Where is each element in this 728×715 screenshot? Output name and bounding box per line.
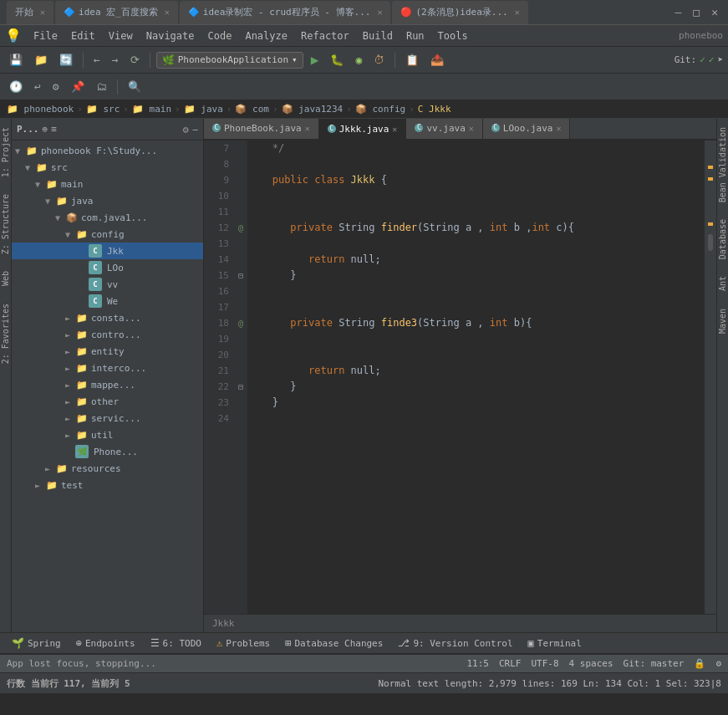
scrollbar-thumb[interactable] [708,234,713,251]
tab-phonebook[interactable]: C PhoneBook.java ✕ [204,119,319,139]
tab-close-1[interactable]: ✕ [165,8,170,17]
panel-icon-settings[interactable]: ≡ [51,124,57,135]
bc-config[interactable]: 📦 config [355,104,405,115]
tree-item-java[interactable]: ▼ 📁 java [12,192,203,209]
git-more-icon[interactable]: ➤ [717,54,723,65]
vcs2-button[interactable]: 📤 [426,52,448,68]
title-tab-0[interactable]: 开始 ✕ [7,1,53,24]
tree-item-vv[interactable]: C vv [12,276,203,293]
status-indent[interactable]: 4 spaces [569,658,613,669]
tab-close-jkkk[interactable]: ✕ [392,125,397,134]
menu-analyze[interactable]: Analyze [238,28,294,43]
tab-close-vv[interactable]: ✕ [469,124,474,133]
status-settings-icon[interactable]: ⚙ [715,658,721,669]
bc-java[interactable]: 📁 java [184,104,223,115]
tab-close-2[interactable]: ✕ [377,8,382,17]
code-line-18[interactable]: private String finde3(String a , int b){ [254,315,698,331]
tree-item-interco[interactable]: ► 📁 interco... [12,360,203,376]
tree-item-util[interactable]: ► 📁 util [12,426,203,443]
bc-phonebook[interactable]: 📁 phonebook [7,104,74,115]
code-line-12[interactable]: private String finder(String a , int b ,… [254,220,698,236]
tab-close-0[interactable]: ✕ [40,8,45,17]
code-line-20[interactable] [254,347,698,363]
bc-src[interactable]: 📁 src [86,104,120,115]
tree-button[interactable]: 🗂 [92,79,111,94]
undo-button[interactable]: ↩ [30,79,45,94]
tab-close-phonebook[interactable]: ✕ [305,124,310,133]
code-line-24[interactable] [254,411,698,426]
code-line-23[interactable]: } [254,395,698,411]
debug-button[interactable]: 🐛 [326,52,348,68]
panel-structure[interactable]: Z: Structure [0,186,12,263]
tree-item-phonebook[interactable]: ▼ 📁 phonebook F:\Study... [12,142,203,159]
menu-edit[interactable]: Edit [64,28,102,43]
btm-tab-dbchanges[interactable]: ⊞ Database Changes [278,636,389,651]
right-panel-bean[interactable]: Bean Validation [716,119,728,211]
panel-web[interactable]: Web [0,263,12,294]
btm-tab-spring[interactable]: 🌱 Spring [5,636,68,651]
code-line-16[interactable] [254,283,698,299]
panel-gear-icon[interactable]: ⚙ [183,124,189,135]
right-panel-database[interactable]: Database [716,211,728,268]
tree-item-resources[interactable]: ► 📁 resources [12,460,203,477]
tree-item-com[interactable]: ▼ 📦 com.java1... [12,209,203,226]
panel-favorites[interactable]: 2: Favorites [0,295,12,372]
nav-button[interactable]: ⟳ [126,52,144,68]
btm-tab-todo[interactable]: ☰ 6: TODO [144,636,208,651]
maximize-button[interactable]: □ [690,6,703,18]
back-button[interactable]: ← [89,52,104,68]
menu-code[interactable]: Code [201,28,239,43]
status-encoding[interactable]: UTF-8 [531,658,558,669]
run-config-dropdown[interactable]: 🌿 PhonebookApplication ▾ [156,52,303,69]
menu-navigate[interactable]: Navigate [140,28,201,43]
title-tab-1[interactable]: 🔷 idea 宏_百度搜索 ✕ [55,1,178,24]
tree-item-phone[interactable]: 🌿 Phone... [12,443,203,460]
menu-refactor[interactable]: Refactor [294,28,356,43]
status-git[interactable]: Git: master [624,658,685,669]
run-button[interactable]: ▶ [307,50,323,69]
save-button[interactable]: 💾 [5,52,27,68]
tree-item-src[interactable]: ▼ 📁 src [12,159,203,176]
btm-tab-endpoints[interactable]: ⊕ Endpoints [69,636,142,651]
git-check2-icon[interactable]: ✓ [709,54,715,65]
menu-run[interactable]: Run [400,28,431,43]
bc-main[interactable]: 📁 main [132,104,171,115]
tree-item-looo[interactable]: C LOo [12,259,203,276]
title-tab-2[interactable]: 🔷 idea录制宏 - crud程序员 - 博客... ✕ [180,1,391,24]
menu-view[interactable]: View [102,28,140,43]
tree-item-mappe[interactable]: ► 📁 mappe... [12,376,203,393]
tree-item-other[interactable]: ► 📁 other [12,393,203,410]
recent-files-button[interactable]: 🕐 [5,79,27,94]
settings-button[interactable]: ⚙ [48,79,64,94]
code-line-17[interactable] [254,299,698,315]
right-panel-maven[interactable]: Maven [716,300,728,342]
tab-vv[interactable]: C vv.java ✕ [406,119,482,139]
open-button[interactable]: 📁 [30,52,52,68]
status-position[interactable]: 11:5 [466,658,489,669]
code-content[interactable]: */ public class Jkkk { private String fi… [247,140,705,614]
panel-minus-icon[interactable]: − [192,124,198,135]
btm-tab-terminal[interactable]: ▣ Terminal [522,636,588,651]
tree-item-servic[interactable]: ► 📁 servic... [12,410,203,426]
panel-project[interactable]: 1: Project [0,119,12,186]
search-button[interactable]: 🔍 [124,79,145,94]
tree-item-consta[interactable]: ► 📁 consta... [12,309,203,326]
code-line-22[interactable]: } [254,379,698,395]
tree-item-config[interactable]: ▼ 📁 config [12,226,203,243]
tree-item-jkkk[interactable]: C Jkk [12,243,203,259]
tree-item-main[interactable]: ▼ 📁 main [12,176,203,192]
tree-item-test[interactable]: ► 📁 test [12,477,203,493]
tab-looo[interactable]: C LOoo.java ✕ [483,119,571,139]
bc-com[interactable]: 📦 com [235,104,269,115]
tab-jkkk[interactable]: C Jkkk.java ✕ [319,119,407,139]
menu-build[interactable]: Build [356,28,400,43]
profile-button[interactable]: ⏱ [369,52,389,68]
tab-close-looo[interactable]: ✕ [556,124,561,133]
title-tab-3[interactable]: 🔴 (2条消息)idea录... ✕ [392,1,527,24]
menu-tools[interactable]: Tools [431,28,475,43]
code-line-21[interactable]: return null; [254,363,698,379]
minimize-button[interactable]: — [672,6,685,18]
close-button[interactable]: ✕ [708,6,721,18]
btm-tab-problems[interactable]: ⚠ Problems [210,636,277,651]
code-line-13[interactable] [254,236,698,252]
